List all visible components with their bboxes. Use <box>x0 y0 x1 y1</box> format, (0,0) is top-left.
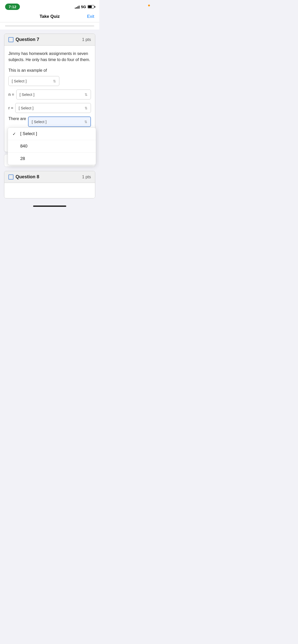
n-label: n = <box>8 92 14 97</box>
progress-bar-container <box>5 25 94 26</box>
question-8-header: Question 8 1 pts <box>4 171 95 183</box>
question-7-bookmark <box>8 37 13 42</box>
main-content: Question 7 1 pts Jimmy has homework assi… <box>0 30 99 202</box>
select-there-are-text: [ Select ] <box>32 120 46 124</box>
question-7-card: Question 7 1 pts Jimmy has homework assi… <box>4 34 95 152</box>
question-8-card: Question 8 1 pts <box>4 171 95 198</box>
status-right: 5G <box>75 5 94 9</box>
question-8-points: 1 pts <box>82 175 91 179</box>
question-7-text: Jimmy has homework assignments in seven … <box>8 51 91 63</box>
battery-fill <box>88 6 92 8</box>
dropdown-check-select: ✓ <box>12 131 17 136</box>
question-label-group: Question 7 <box>8 37 39 42</box>
select-there-are-chevron: ⇅ <box>84 120 87 124</box>
select-r-text: [ Select ] <box>19 106 33 110</box>
question-8-bookmark <box>8 174 13 180</box>
this-is-example-text: This is an example of <box>8 67 91 74</box>
select-n-dropdown[interactable]: [ Select ] ⇅ <box>16 90 91 99</box>
select-r-chevron: ⇅ <box>85 106 88 110</box>
question-7-title: Question 7 <box>16 37 39 42</box>
dropdown-item-select-label: [ Select ] <box>20 131 37 136</box>
select-there-are-dropdown[interactable]: [ Select ] ⇅ <box>28 116 91 127</box>
question-8-title: Question 8 <box>16 174 39 180</box>
progress-bar-fill <box>5 25 76 26</box>
status-time: 7:12 <box>5 4 20 10</box>
dropdown-item-840[interactable]: 840 <box>8 140 96 152</box>
dropdown-item-28[interactable]: 28 <box>8 152 96 165</box>
dropdown-item-28-label: 28 <box>20 156 25 161</box>
question-8-label-group: Question 8 <box>8 174 39 180</box>
question-8-body <box>4 183 95 198</box>
network-label: 5G <box>81 5 86 9</box>
n-row: n = [ Select ] ⇅ <box>8 90 91 99</box>
signal-bar-4 <box>79 6 79 9</box>
bottom-indicator <box>0 202 99 209</box>
select-r-dropdown[interactable]: [ Select ] ⇅ <box>15 103 91 113</box>
there-are-row: There are [ Select ] ⇅ ✓ [ Select ] <box>8 116 91 127</box>
dropdown-item-840-label: 840 <box>20 144 27 149</box>
signal-bar-3 <box>77 6 78 9</box>
status-bar: 7:12 5G <box>0 0 99 11</box>
select-n-chevron: ⇅ <box>85 93 88 97</box>
signal-bar-1 <box>75 8 76 9</box>
bottom-bar <box>33 206 66 207</box>
signal-bar-2 <box>76 7 77 9</box>
select-n-text: [ Select ] <box>20 92 34 97</box>
select-type-chevron: ⇅ <box>53 79 56 83</box>
dropdown-item-select[interactable]: ✓ [ Select ] <box>8 128 96 140</box>
signal-bars <box>75 5 79 9</box>
there-are-dropdown-container: [ Select ] ⇅ ✓ [ Select ] 840 <box>28 116 91 127</box>
there-are-label: There are <box>8 116 26 121</box>
battery <box>88 5 94 8</box>
question-7-header: Question 7 1 pts <box>4 34 95 46</box>
select-type-text: [ Select ] <box>12 79 26 83</box>
r-label: r = <box>8 106 13 110</box>
exit-button[interactable]: Exit <box>87 14 94 19</box>
example-of-row: This is an example of [ Select ] ⇅ <box>8 67 91 86</box>
progress-area <box>0 22 99 30</box>
nav-bar: Take Quiz Exit <box>0 11 99 22</box>
nav-title: Take Quiz <box>39 14 60 19</box>
question-7-points: 1 pts <box>82 37 91 42</box>
question-7-body: Jimmy has homework assignments in seven … <box>4 46 95 136</box>
dropdown-menu: ✓ [ Select ] 840 28 <box>8 127 96 165</box>
r-row: r = [ Select ] ⇅ <box>8 103 91 113</box>
select-type-dropdown[interactable]: [ Select ] ⇅ <box>8 76 59 86</box>
